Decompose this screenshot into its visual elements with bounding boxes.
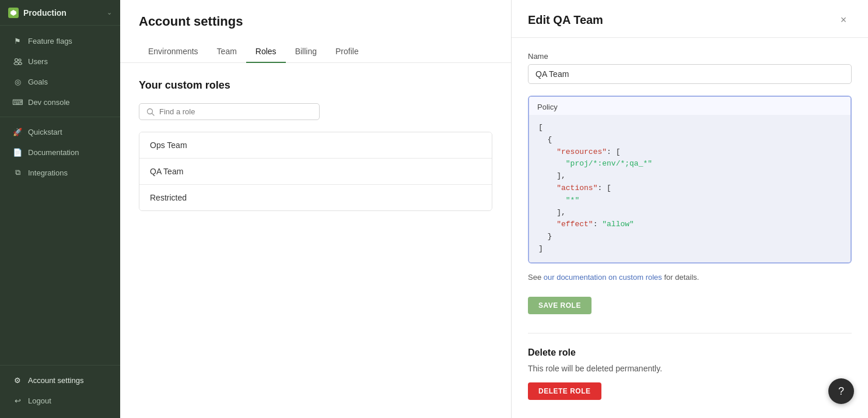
- svg-point-0: [15, 58, 18, 61]
- doc-text-before: See: [528, 273, 544, 282]
- sidebar-item-label: Logout: [28, 396, 51, 405]
- svg-point-1: [14, 62, 19, 65]
- sidebar-item-label: Account settings: [28, 376, 83, 385]
- sidebar-bottom: ⚙ Account settings ↩ Logout: [0, 356, 120, 418]
- sidebar-item-label: Integrations: [28, 168, 68, 177]
- tab-billing[interactable]: Billing: [286, 41, 326, 63]
- terminal-icon: ⌨: [13, 97, 22, 107]
- panel-header: Edit QA Team ×: [512, 0, 868, 38]
- sidebar-item-integrations[interactable]: ⧉ Integrations: [4, 163, 117, 182]
- delete-section: Delete role This role will be deleted pe…: [528, 333, 852, 400]
- sidebar-item-label: Quickstart: [28, 128, 62, 136]
- book-icon: 📄: [13, 147, 22, 157]
- sidebar-divider-2: [0, 365, 120, 366]
- save-role-button[interactable]: SAVE ROLE: [528, 297, 592, 314]
- search-input[interactable]: [159, 107, 312, 116]
- delete-section-title: Delete role: [528, 347, 852, 358]
- policy-label: Policy: [529, 97, 850, 115]
- flag-icon: ⚑: [13, 36, 22, 45]
- role-row[interactable]: QA Team: [139, 159, 492, 185]
- role-row[interactable]: Restricted: [139, 185, 492, 210]
- sidebar-item-logout[interactable]: ↩ Logout: [4, 391, 117, 410]
- page-title: Account settings: [139, 14, 492, 29]
- panel-title: Edit QA Team: [528, 13, 603, 27]
- help-button[interactable]: ?: [828, 378, 854, 404]
- svg-line-5: [152, 113, 155, 115]
- tab-team[interactable]: Team: [208, 41, 246, 63]
- sidebar-item-dev-console[interactable]: ⌨ Dev console: [4, 92, 117, 112]
- sidebar-item-account-settings[interactable]: ⚙ Account settings: [4, 370, 117, 390]
- sidebar-item-quickstart[interactable]: 🚀 Quickstart: [4, 122, 117, 142]
- delete-role-button[interactable]: DELETE ROLE: [528, 382, 601, 400]
- sidebar-logo-icon: [8, 8, 19, 18]
- doc-text-after: for details.: [662, 273, 699, 282]
- tabs-nav: Environments Team Roles Billing Profile: [139, 41, 492, 62]
- tab-environments[interactable]: Environments: [139, 41, 208, 63]
- roles-table: Ops Team QA Team Restricted: [139, 132, 492, 211]
- name-label: Name: [528, 52, 852, 61]
- users-icon: [13, 57, 22, 66]
- right-panel: Edit QA Team × Name Policy [ { "resource…: [511, 0, 868, 418]
- rocket-icon: 🚀: [13, 127, 22, 136]
- sidebar-item-label: Feature flags: [28, 37, 72, 45]
- main-header: Account settings Environments Team Roles…: [120, 0, 511, 63]
- sidebar-divider: [0, 117, 120, 117]
- sidebar: Production ⌄ ⚑ Feature flags Users ◎ Goa…: [0, 0, 120, 418]
- tab-roles[interactable]: Roles: [246, 41, 286, 63]
- sidebar-item-users[interactable]: Users: [4, 51, 117, 71]
- sidebar-item-label: Documentation: [28, 148, 79, 157]
- sidebar-title: Production: [23, 8, 66, 17]
- tab-profile[interactable]: Profile: [326, 41, 368, 63]
- policy-section: Policy [ { "resources": [ "proj/*:env/*;…: [528, 96, 852, 264]
- doc-link[interactable]: our documentation on custom roles: [544, 273, 662, 282]
- target-icon: ◎: [13, 77, 22, 86]
- sidebar-item-label: Dev console: [28, 98, 70, 107]
- svg-point-2: [19, 59, 21, 61]
- policy-doc-text: See our documentation on custom roles fo…: [528, 269, 852, 285]
- policy-editor[interactable]: [ { "resources": [ "proj/*:env/*;qa_*" ]…: [529, 115, 850, 262]
- sidebar-item-documentation[interactable]: 📄 Documentation: [4, 142, 117, 162]
- sidebar-chevron-icon[interactable]: ⌄: [107, 9, 112, 16]
- role-row[interactable]: Ops Team: [139, 132, 492, 159]
- search-icon: [146, 108, 155, 116]
- sidebar-brand: Production: [8, 8, 66, 18]
- main-body: Your custom roles Ops Team QA Team Restr…: [120, 63, 511, 418]
- main-content: Account settings Environments Team Roles…: [120, 0, 511, 418]
- search-bar[interactable]: [139, 103, 320, 120]
- panel-body: Name Policy [ { "resources": [ "proj/*:e…: [512, 38, 868, 418]
- sidebar-item-label: Users: [28, 57, 48, 66]
- sidebar-nav: ⚑ Feature flags Users ◎ Goals ⌨ Dev cons…: [0, 26, 120, 356]
- puzzle-icon: ⧉: [13, 168, 22, 177]
- sidebar-item-feature-flags[interactable]: ⚑ Feature flags: [4, 31, 117, 51]
- delete-section-description: This role will be deleted permanently.: [528, 364, 852, 373]
- name-input[interactable]: [528, 64, 852, 84]
- close-button[interactable]: ×: [835, 12, 852, 28]
- section-title: Your custom roles: [139, 79, 492, 92]
- sidebar-header[interactable]: Production ⌄: [0, 0, 120, 26]
- sidebar-item-label: Goals: [28, 78, 48, 86]
- gear-icon: ⚙: [13, 375, 22, 385]
- sidebar-item-goals[interactable]: ◎ Goals: [4, 72, 117, 92]
- logout-icon: ↩: [13, 396, 22, 405]
